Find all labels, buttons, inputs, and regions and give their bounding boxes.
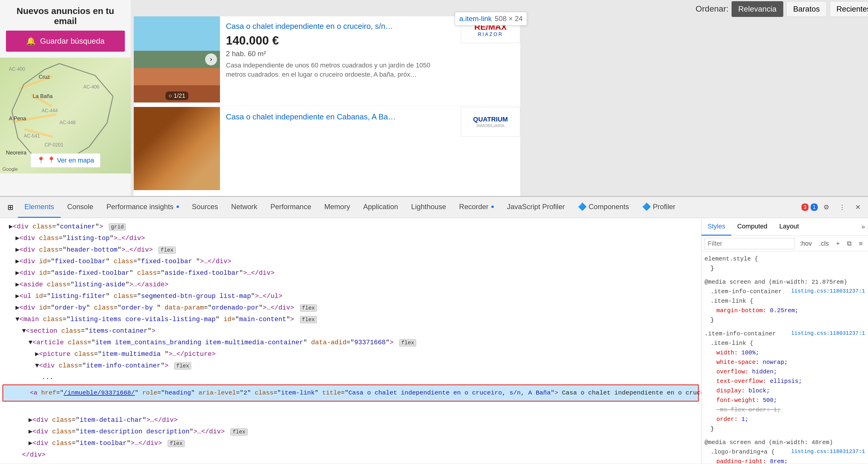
style-source-2[interactable]: .logo-branding+a { listing.css:118031237… — [705, 448, 865, 457]
dom-line-main[interactable]: ▼<main class="listing-items core-vitals-… — [0, 314, 701, 325]
tab-profiler[interactable]: 🔷 Profiler — [636, 197, 682, 218]
cls-filter[interactable]: .cls — [816, 238, 831, 248]
listing-image-1: ○ 1/21 › — [134, 16, 220, 102]
dom-line-anchor-selected[interactable]: <a href="/inmueble/93371668/" role="head… — [3, 385, 698, 401]
email-section: Nuevos anuncios en tu email 🔔 Guardar bú… — [0, 0, 131, 58]
dom-line-ul-filter[interactable]: ▶<ul id="listing-filter" class="segmente… — [0, 291, 701, 302]
tab-network-label: Network — [231, 203, 257, 211]
tab-network[interactable]: Network — [225, 197, 264, 218]
dom-line-header-bottom[interactable]: ▶<div class="header-bottom">…</div> flex — [0, 244, 701, 256]
map-label-ac400: AC-400 — [9, 67, 25, 72]
devtools-sidebar-toggle[interactable]: ⊞ — [3, 200, 18, 215]
more-options-button[interactable]: ⋮ — [835, 200, 849, 214]
tab-performance[interactable]: Performance — [264, 197, 318, 218]
style-rule-item-link: .item-info-container listing.css:1180312… — [705, 329, 865, 434]
remax-sub: RIAZOR — [478, 32, 503, 37]
dom-line-toolbar[interactable]: ▶<div class="item-toolbar">…</div> flex — [0, 437, 701, 449]
listing-title-2[interactable]: Casa o chalet independiente en Cabanas, … — [226, 112, 449, 122]
hov-filter[interactable]: :hov — [797, 238, 814, 248]
listing-info-2: Casa o chalet independiente en Cabanas, … — [220, 107, 461, 196]
element-tooltip: a.item-link 508 × 24 — [455, 12, 527, 26]
tab-sources[interactable]: Sources — [185, 197, 225, 218]
listing-price-1: 140.000 € — [226, 34, 452, 47]
copy-styles-btn[interactable]: ⧉ — [844, 238, 854, 248]
google-logo: Google — [2, 167, 18, 172]
sidebar: Nuevos anuncios en tu email 🔔 Guardar bú… — [0, 0, 131, 196]
quatrium-sub: INMOBILIARIA — [473, 123, 508, 128]
style-source-item-link[interactable]: .item-info-container listing.css:1180312… — [705, 329, 865, 339]
dom-line-aside[interactable]: ▶<aside class="listing-aside">…</aside> — [0, 279, 701, 291]
devtools-icons: 3 1 ⚙ ⋮ ✕ — [801, 200, 865, 214]
tab-components[interactable]: 🔷 Components — [571, 197, 636, 218]
dom-line-dots[interactable]: ... — [0, 372, 701, 383]
style-ms-flex: -ms-flex-order: 1; — [705, 405, 865, 415]
style-overflow: overflow: hidden; — [705, 367, 865, 377]
tab-recorder-label: Recorder — [459, 203, 489, 211]
settings-button[interactable]: ⚙ — [819, 200, 834, 214]
dom-line-description[interactable]: ▶<div class="item-description descriptio… — [0, 426, 701, 437]
tab-components-label: Components — [589, 203, 629, 211]
dom-line-article-1[interactable]: ▼<article class="item item_contains_bran… — [0, 337, 701, 349]
sort-baratos-button[interactable]: Baratos — [786, 1, 827, 17]
dom-line-picture[interactable]: ▶<picture class="item-multimedia ">…</pi… — [0, 349, 701, 360]
map-label-ac541: AC-541 — [24, 133, 40, 139]
style-order: order: 1; — [705, 415, 865, 424]
devtools-tabbar: ⊞ Elements Console Performance insights … — [0, 197, 868, 218]
dom-line-order-by[interactable]: ▶<div id="order-by" class="order-by " da… — [0, 302, 701, 314]
listing-image-2 — [134, 107, 220, 190]
tab-computed[interactable]: Computed — [731, 218, 773, 236]
profiler-icon: 🔷 — [642, 203, 651, 211]
dom-line-section[interactable]: ▼<section class="items-container"> — [0, 325, 701, 337]
tab-memory-label: Memory — [324, 203, 350, 211]
add-rule-btn[interactable]: + — [834, 238, 842, 248]
tab-elements-label: Elements — [24, 203, 54, 211]
tab-console[interactable]: Console — [61, 197, 100, 218]
dom-panel[interactable]: ▶<div class="container"> grid ▶<div clas… — [0, 218, 702, 463]
dom-line-close-article[interactable]: </article> — [0, 461, 701, 464]
close-devtools-button[interactable]: ✕ — [851, 200, 865, 214]
quatrium-logo-content: QUATRIUM INMOBILIARIA — [473, 115, 508, 128]
tab-js-profiler[interactable]: JavaScript Profiler — [500, 197, 571, 218]
styles-filter-input[interactable] — [705, 238, 795, 249]
style-media-query-2: @media screen and (min-width: 48rem) — [705, 438, 865, 448]
sort-recientes-button[interactable]: Recientes — [830, 1, 868, 17]
tab-elements[interactable]: Elements — [18, 197, 61, 218]
dom-line-close-div[interactable]: </div> — [0, 449, 701, 461]
dom-line-aside-fixed[interactable]: ▶<div id="aside-fixed-toolbar" class="as… — [0, 267, 701, 279]
tab-performance-insights[interactable]: Performance insights — [100, 197, 185, 218]
styles-tab-more[interactable]: » — [859, 223, 868, 231]
next-image-button[interactable]: › — [205, 54, 217, 65]
computed-tab-label: Computed — [737, 223, 768, 230]
styles-filter: :hov .cls + ⧉ ≡ — [702, 236, 868, 251]
sort-relevancia-button[interactable]: Relevancia — [732, 1, 783, 17]
dom-line-item-info[interactable]: ▼<div class="item-info-container"> flex — [0, 360, 701, 372]
more-styles-btn[interactable]: ≡ — [857, 238, 865, 248]
style-white-space: white-space: nowrap; — [705, 358, 865, 367]
tab-recorder[interactable]: Recorder — [453, 197, 501, 218]
tab-layout[interactable]: Layout — [773, 218, 805, 236]
tab-sources-label: Sources — [192, 203, 218, 211]
dom-line-detail-char[interactable]: ▶<div class="item-detail-char">…</div> — [0, 415, 701, 426]
tab-lighthouse[interactable]: Lighthouse — [405, 197, 453, 218]
tab-styles[interactable]: Styles — [702, 218, 731, 236]
tooltip-size: 508 × 24 — [495, 14, 523, 23]
tab-js-profiler-label: JavaScript Profiler — [507, 203, 565, 211]
style-media-query-1: @media screen and (min-width: 21.875rem) — [705, 277, 865, 287]
dom-line-fixed-toolbar[interactable]: ▶<div id="fixed-toolbar" class="fixed-to… — [0, 256, 701, 267]
dom-line-blank — [0, 403, 701, 415]
style-item-link-rule: .item-link { — [705, 296, 865, 306]
listing-desc-1: Casa independiente de unos 60 metros cua… — [226, 61, 452, 79]
listing-title-1[interactable]: Casa o chalet independiente en o cruceir… — [226, 22, 449, 31]
dom-line-listing-top[interactable]: ▶<div class="listing-top">…</div> — [0, 233, 701, 244]
dom-line-container[interactable]: ▶<div class="container"> grid — [0, 221, 701, 233]
map-pin-icon: 📍 — [37, 157, 45, 164]
map-label-neoreira: Neoreira — [6, 150, 27, 156]
ver-en-mapa-button[interactable]: 📍 📍 Ver en mapa — [31, 153, 100, 168]
tab-profiler-label: Profiler — [653, 203, 675, 211]
style-display: display: block; — [705, 386, 865, 396]
map-label-cruz: Cruz — [39, 74, 50, 80]
tab-memory[interactable]: Memory — [318, 197, 357, 218]
save-search-button[interactable]: 🔔 Guardar búsqueda — [6, 31, 125, 52]
style-source-1[interactable]: .item-info-container listing.css:1180312… — [705, 287, 865, 296]
tab-application[interactable]: Application — [357, 197, 405, 218]
